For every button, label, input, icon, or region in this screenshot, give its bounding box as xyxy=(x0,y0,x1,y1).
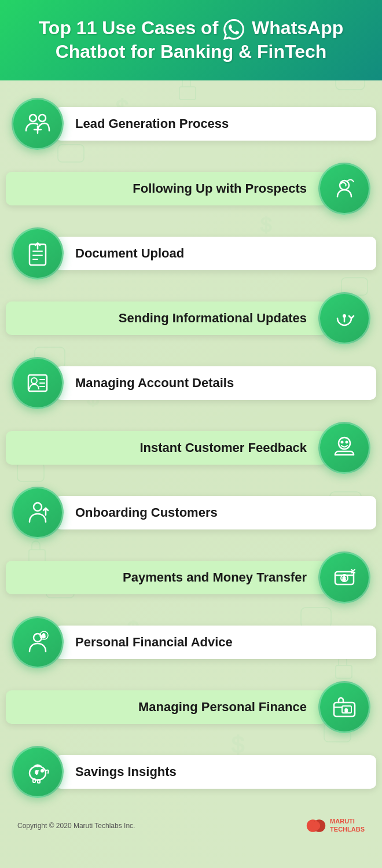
lead-generation-icon xyxy=(12,98,64,150)
use-case-item-8: $ Payments and Money Transfer xyxy=(12,551,370,604)
use-cases-list: Lead Generation Process Following Up wit… xyxy=(12,98,370,798)
svg-point-27 xyxy=(340,181,349,190)
use-case-label-8: Payments and Money Transfer xyxy=(6,561,327,594)
svg-point-24 xyxy=(39,115,46,122)
use-case-item-1: Lead Generation Process xyxy=(12,98,370,150)
use-case-item-2: Following Up with Prospects xyxy=(12,163,370,215)
svg-point-56 xyxy=(41,770,43,772)
use-case-item-6: Instant Customer Feedback xyxy=(12,422,370,474)
svg-text:$: $ xyxy=(42,633,45,639)
svg-rect-58 xyxy=(38,779,40,783)
copyright-text: Copyright © 2020 Maruti Techlabs Inc. xyxy=(17,822,135,830)
info-updates-icon xyxy=(318,292,370,344)
financial-advice-icon: $ xyxy=(12,616,64,668)
use-case-label-4: Sending Informational Updates xyxy=(6,301,327,335)
svg-point-43 xyxy=(34,503,42,511)
svg-point-23 xyxy=(30,115,36,122)
company-logo: maruti techlabs xyxy=(306,815,365,836)
use-case-label-7: Onboarding Customers xyxy=(55,496,376,529)
use-case-label-3: Document Upload xyxy=(55,237,376,270)
svg-text:$: $ xyxy=(345,708,348,713)
use-case-label-1: Lead Generation Process xyxy=(55,107,376,141)
svg-text:$: $ xyxy=(343,576,346,582)
svg-rect-57 xyxy=(33,779,35,782)
use-case-item-9: $ Personal Financial Advice xyxy=(12,616,370,668)
payments-icon: $ xyxy=(318,551,370,604)
use-case-item-5: Managing Account Details xyxy=(12,357,370,409)
customer-feedback-icon xyxy=(318,422,370,474)
use-case-item-11: $ Savings Insights xyxy=(12,746,370,798)
use-case-label-5: Managing Account Details xyxy=(55,366,376,400)
document-upload-icon xyxy=(12,227,64,279)
use-case-item-7: Onboarding Customers xyxy=(12,487,370,539)
svg-point-35 xyxy=(31,378,37,384)
use-case-label-9: Personal Financial Advice xyxy=(55,626,376,659)
logo-text: maruti techlabs xyxy=(330,818,365,833)
use-case-item-10: $ Managing Personal Finance xyxy=(12,681,370,733)
use-case-item-4: Sending Informational Updates xyxy=(12,292,370,344)
use-case-label-10: Managing Personal Finance xyxy=(6,690,327,724)
svg-text:$: $ xyxy=(35,770,38,775)
svg-point-40 xyxy=(341,441,343,443)
page-title: Top 11 Use Cases of WhatsApp Chatbot for… xyxy=(17,16,365,63)
svg-point-32 xyxy=(343,315,346,317)
page-footer: Copyright © 2020 Maruti Techlabs Inc. ma… xyxy=(12,815,370,836)
savings-insights-icon: $ xyxy=(12,746,64,798)
following-up-icon xyxy=(318,163,370,215)
use-case-label-11: Savings Insights xyxy=(55,755,376,789)
use-case-label-2: Following Up with Prospects xyxy=(6,172,327,205)
account-details-icon xyxy=(12,357,64,409)
page-header: Top 11 Use Cases of WhatsApp Chatbot for… xyxy=(0,0,382,80)
onboarding-icon xyxy=(12,487,64,539)
svg-point-41 xyxy=(346,441,348,443)
use-case-item-3: Document Upload xyxy=(12,227,370,279)
personal-finance-icon: $ xyxy=(318,681,370,733)
use-case-label-6: Instant Customer Feedback xyxy=(6,431,327,465)
